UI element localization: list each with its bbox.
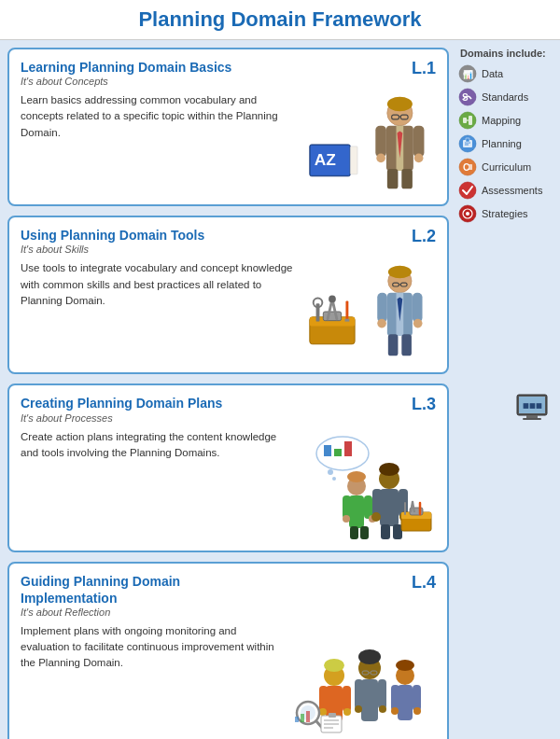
- domain-label-standards: Standards: [482, 91, 528, 103]
- svg-rect-66: [350, 526, 358, 539]
- card-l3-title: Creating Planning Domain Plans: [21, 395, 226, 411]
- card-l4-illustration: [287, 623, 436, 735]
- svg-rect-38: [344, 319, 349, 322]
- card-l1-subtitle: It's about Concepts: [21, 76, 404, 87]
- svg-point-60: [347, 471, 366, 482]
- svg-rect-28: [401, 169, 413, 188]
- domains-title: Domains include:: [458, 48, 553, 59]
- domain-item-standards: S Standards: [458, 88, 553, 106]
- card-l2-level: L.2: [412, 227, 436, 246]
- svg-point-40: [388, 266, 412, 279]
- svg-point-25: [376, 154, 385, 163]
- svg-point-92: [358, 649, 381, 664]
- card-l3-text: Create action plans integrating the cont…: [21, 429, 284, 462]
- card-l2-text: Use tools to integrate vocabulary and co…: [21, 260, 298, 309]
- card-l4-title: Guiding Planning Domain Implementation: [21, 573, 226, 607]
- svg-rect-97: [355, 679, 363, 709]
- card-l2-title: Using Planning Domain Tools: [21, 227, 282, 244]
- svg-rect-98: [378, 679, 386, 709]
- domain-item-mapping: Mapping: [458, 111, 553, 130]
- svg-rect-118: [329, 713, 336, 718]
- svg-rect-111: [295, 717, 299, 722]
- svg-rect-52: [401, 335, 412, 356]
- card-l3-subtitle: It's about Processes: [21, 412, 404, 424]
- domain-item-data: 📊 Data: [458, 64, 553, 83]
- svg-point-57: [328, 469, 333, 475]
- svg-point-106: [391, 707, 399, 715]
- svg-rect-27: [387, 169, 399, 188]
- svg-point-50: [413, 319, 423, 328]
- svg-rect-31: [323, 312, 341, 321]
- card-l1-illustration: AZ: [305, 92, 436, 195]
- svg-point-141: [466, 212, 469, 216]
- card-l1-text: Learn basics addressing common vocabular…: [21, 92, 298, 141]
- domain-item-strategies: Strategies: [458, 204, 553, 223]
- svg-rect-128: [469, 116, 472, 125]
- card-l2-subtitle: It's about Skills: [21, 244, 404, 255]
- domain-item-assessments: Assessments: [458, 181, 553, 200]
- domain-label-planning: Planning: [482, 138, 522, 149]
- svg-rect-56: [344, 441, 352, 456]
- mapping-domain-icon: [458, 111, 477, 130]
- svg-rect-112: [301, 714, 304, 722]
- svg-rect-54: [324, 445, 331, 456]
- svg-text:▦▦▦: ▦▦▦: [523, 402, 542, 409]
- card-l4-subtitle: It's about Reflection: [21, 607, 404, 618]
- svg-rect-24: [413, 126, 425, 158]
- top-bar: ALCA Planning Domain Framework ▦▦▦: [0, 0, 560, 40]
- computer-icon: ▦▦▦: [515, 393, 549, 428]
- svg-rect-67: [360, 526, 369, 539]
- svg-point-49: [377, 319, 386, 328]
- svg-rect-127: [463, 118, 467, 123]
- svg-rect-70: [380, 489, 399, 526]
- svg-rect-51: [388, 335, 399, 356]
- svg-point-16: [387, 97, 413, 111]
- domain-label-strategies: Strategies: [482, 208, 528, 219]
- domain-item-planning: Planning: [458, 134, 553, 153]
- cards-column: Learning Planning Domain Basics It's abo…: [7, 48, 455, 739]
- curriculum-domain-icon: C: [458, 158, 477, 176]
- svg-point-100: [379, 705, 386, 713]
- svg-point-58: [332, 477, 336, 481]
- strategies-domain-icon: [458, 204, 477, 223]
- svg-rect-134: [466, 138, 469, 142]
- svg-point-64: [343, 515, 350, 523]
- svg-point-121: [463, 72, 467, 76]
- card-l3-level: L.3: [412, 395, 436, 414]
- svg-rect-105: [413, 685, 421, 711]
- svg-point-122: [469, 70, 472, 74]
- page-title: Planning Domain Framework: [11, 7, 549, 32]
- domain-label-curriculum: Curriculum: [482, 161, 531, 173]
- assessments-domain-icon: [458, 181, 477, 200]
- standards-domain-icon: S: [458, 88, 477, 106]
- svg-point-102: [396, 660, 414, 671]
- card-l2-illustration: [305, 260, 436, 363]
- svg-point-73: [371, 512, 381, 522]
- svg-rect-9: [523, 418, 541, 420]
- svg-rect-8: [526, 415, 538, 418]
- planning-domain-icon: [458, 134, 477, 153]
- content-area: Learning Planning Domain Basics It's abo…: [0, 40, 560, 739]
- svg-rect-113: [306, 711, 310, 722]
- svg-point-69: [379, 463, 399, 476]
- data-domain-icon: 📊: [458, 64, 477, 83]
- svg-rect-104: [391, 685, 399, 711]
- svg-rect-88: [343, 686, 351, 712]
- svg-rect-87: [319, 686, 328, 712]
- card-l4-level: L.4: [412, 573, 436, 593]
- page-wrapper: ALCA Planning Domain Framework ▦▦▦: [0, 0, 560, 739]
- svg-rect-47: [377, 293, 387, 323]
- card-l2: Using Planning Domain Tools It's about S…: [7, 216, 449, 374]
- svg-point-90: [343, 708, 351, 716]
- card-l1: Learning Planning Domain Basics It's abo…: [7, 48, 449, 206]
- card-l1-level: L.1: [412, 59, 436, 78]
- svg-point-26: [414, 154, 424, 163]
- svg-point-85: [324, 659, 344, 672]
- svg-rect-61: [349, 495, 364, 528]
- svg-text:AZ: AZ: [315, 150, 337, 169]
- svg-point-138: [459, 182, 476, 199]
- svg-rect-96: [361, 679, 378, 721]
- svg-point-107: [413, 707, 421, 715]
- card-l3-illustration: [291, 429, 436, 541]
- svg-rect-14: [350, 146, 357, 174]
